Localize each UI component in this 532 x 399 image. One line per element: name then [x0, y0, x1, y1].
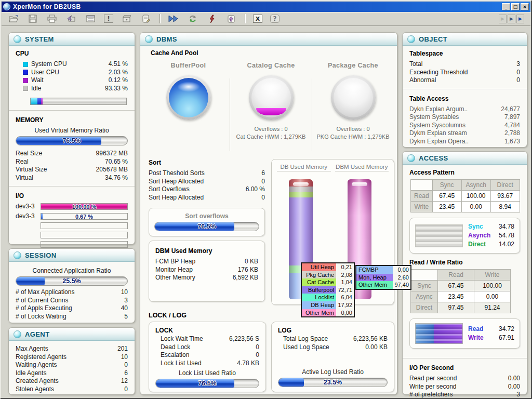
memory-title: MEMORY: [16, 116, 128, 124]
package-cache-label: Package Cache: [312, 62, 394, 69]
list-item: Dykm Explan stream2,788: [409, 129, 520, 138]
panel-title: OBJECT: [419, 35, 447, 43]
sort-gauge-value: 76.5%: [155, 222, 259, 231]
legend-item: Asynch54.78: [468, 231, 514, 240]
session-panel-header: SESSION: [9, 249, 135, 262]
io-usage-bar: 0.67 %: [41, 213, 128, 220]
list-item: Sort Heap Allocated0: [149, 194, 265, 202]
fast-forward-icon[interactable]: [168, 14, 179, 24]
system-panel-header: SYSTEM: [9, 33, 135, 46]
lock-log-title: LOCK / LOG: [149, 312, 187, 319]
log-section: LOG Total Log Space6,223,56 KB Used Log …: [271, 322, 394, 392]
nav-last-button[interactable]: ▶: [516, 15, 524, 23]
report-list-icon[interactable]: [85, 14, 96, 24]
read-write-legend-box: Read34.72 Write67.91: [409, 318, 520, 349]
toolbar-separator: [245, 14, 245, 23]
catalog-cache-caption: Overflows : 0 Cat Cache HWM : 1,279KB: [230, 125, 312, 141]
table-row: Read 67.45 100.00 93.67: [411, 191, 520, 202]
list-item: Used Log Space0.00 KB: [278, 343, 388, 352]
export-up-icon[interactable]: [225, 14, 237, 24]
db-memory-legend-tooltip: Util Heap0,21 Pkg Cache2,08 Cat Cache1,0…: [301, 262, 355, 317]
help-icon[interactable]: ?: [270, 15, 280, 23]
media-clip-icon[interactable]: [121, 14, 132, 24]
access-pattern-legend-box: Sync34.78 Asynch54.78 Direct14.02: [409, 218, 520, 254]
memory-section: MEMORY Used Virtual Memory Ratio 76.5% R…: [9, 112, 135, 185]
title-bar[interactable]: XperMon for DB2USB _ □ ×: [2, 2, 530, 12]
sort-overflow-gauge: 76.5%: [154, 222, 259, 231]
lock-gauge-label: Lock List Used Ratio: [155, 369, 259, 377]
list-item: Post Theshold Sorts6: [149, 169, 265, 178]
sort-overflow-gauge-label: Sort overflows: [154, 212, 259, 220]
io-per-second-title: I/O Per Second: [409, 364, 520, 371]
cpu-bar-user-segment: [37, 98, 41, 104]
object-panel-header: OBJECT: [403, 33, 527, 46]
list-item: Virtual34.76 %: [16, 174, 128, 182]
package-cache-caption: Overflows : 0 PKG Cache HWM : 1,279KB: [312, 125, 394, 141]
panel-orb-icon: [407, 35, 415, 43]
maximize-button[interactable]: □: [511, 3, 520, 10]
legend-item: Sync34.78: [468, 222, 514, 231]
idle-swatch: [23, 86, 28, 91]
list-item: Real Size996372 MB: [16, 150, 128, 158]
cpu-usage-bar: [30, 98, 127, 105]
object-panel: OBJECT Tablespace Total3 Exceeding Thres…: [402, 32, 527, 148]
excel-export-icon[interactable]: X: [253, 15, 262, 23]
print-icon[interactable]: [46, 14, 58, 24]
toolbar: ! X ? ▶ ▶ ▶: [2, 12, 530, 26]
access-pattern-title: Access Pattern: [409, 169, 520, 176]
sort-overflow-gauge-box: Sort overflows 76.5%: [149, 208, 265, 236]
legend-item: Locklist6,04: [302, 294, 354, 301]
session-gauge-label: Connected Application Ratio: [16, 267, 128, 274]
cpu-title: CPU: [16, 50, 128, 57]
list-item: Wait 0.12 %: [16, 76, 128, 85]
dbm-used-memory-title: DBM Used Memory: [155, 247, 258, 255]
list-item: Max Agents201: [16, 345, 128, 353]
open-icon[interactable]: [8, 14, 19, 24]
list-item: Virtual Size205678 MB: [16, 166, 128, 174]
alert-icon[interactable]: !: [104, 15, 113, 23]
panel-title: ACCESS: [419, 154, 448, 162]
legend-item: Bufferpool72,71: [302, 286, 354, 294]
table-row: Direct 97.45 91.24: [411, 302, 511, 313]
list-item: Dykm Explan Opera..1,673: [409, 138, 520, 146]
list-item: Dead Lock0: [155, 343, 259, 352]
session-gauge-value: 25.5%: [16, 277, 127, 285]
list-item: # of Max Applications10: [16, 288, 128, 297]
save-icon[interactable]: [27, 14, 38, 24]
list-item: System CPU 4.51 %: [16, 60, 128, 69]
bufferpool-gauge: [166, 75, 211, 120]
list-item: Other Memory6,592 KB: [155, 274, 258, 282]
list-item: Registered Agents10: [16, 353, 128, 362]
minimize-button[interactable]: _: [502, 3, 510, 10]
list-item: Waiting Agents0: [16, 361, 128, 369]
lightning-icon[interactable]: [206, 14, 218, 24]
table-row: Sync 67.45 100.00: [411, 281, 511, 291]
legend-item: Other Mem97,40: [356, 281, 410, 289]
nav-next-button[interactable]: ▶: [508, 15, 515, 23]
refresh-icon[interactable]: [187, 14, 198, 24]
cpu-bar-system-segment: [31, 98, 37, 104]
nav-prev-button[interactable]: ▶: [499, 15, 507, 23]
divider: [9, 110, 135, 111]
dbm-used-memory-header: DBM Used Memory: [335, 164, 389, 171]
list-item: Abnormal0: [409, 76, 520, 85]
list-item: Real70.65 %: [16, 158, 128, 166]
list-item: Escalation0: [155, 351, 259, 360]
log-gauge: 23.5%: [278, 378, 388, 387]
close-button[interactable]: ×: [521, 3, 529, 10]
panel-orb-icon: [407, 154, 415, 162]
divider: [9, 186, 135, 187]
db-used-memory-header: DB Used Memory: [277, 164, 331, 171]
cache-and-pool-section: Cache And Pool BufferPool Catalog Cache …: [147, 48, 391, 157]
send-report-icon[interactable]: [65, 14, 77, 24]
io-bar-row-empty: [16, 222, 128, 229]
panel-title: DBMS: [156, 35, 177, 43]
bufferpool-gauge-group: BufferPool: [148, 62, 229, 120]
edit-note-icon[interactable]: [140, 14, 152, 24]
legend-item: FCMBP0,00: [356, 266, 410, 274]
list-item: Sort Overflows6.00 %: [149, 185, 265, 194]
session-gauge: 25.5%: [16, 276, 128, 286]
system-panel: SYSTEM CPU System CPU 4.51 % User CPU 2.…: [8, 32, 135, 245]
legend-item: Direct14.02: [468, 240, 514, 249]
io-section: I/O dev3-3 100.00 % dev3-3 0.67 %: [9, 188, 135, 254]
